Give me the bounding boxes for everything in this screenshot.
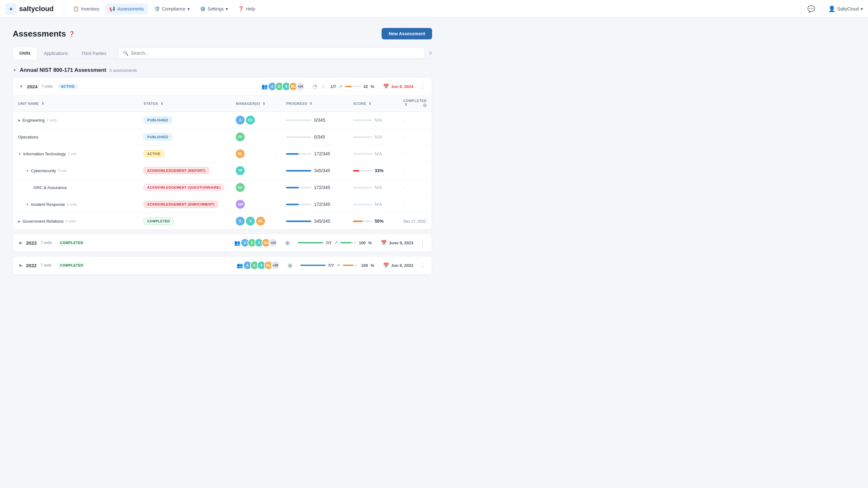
assessment-units-2023: 7 units [40, 241, 52, 245]
more-menu-2023[interactable]: ⋮ [420, 239, 426, 246]
unit-name-operations: Operations [18, 135, 133, 140]
progress-fraction-2023: 7/7 [326, 241, 331, 245]
nav-settings[interactable]: ⚙️ Settings ▾ [196, 3, 232, 14]
completed-operations: - [403, 134, 405, 140]
date-section-2022: 📅 Jun 9, 2022 [383, 263, 413, 268]
date-2022: Jun 9, 2022 [391, 263, 413, 268]
assessment-2022-row[interactable]: ▶ 2022 7 units COMPLETED 👥 A E S ML +99 … [13, 256, 432, 274]
managers-cybersecurity: TP [236, 166, 276, 175]
page-help-icon[interactable]: ❓ [69, 31, 75, 37]
status-it: ACTIVE [144, 150, 164, 157]
search-bar: 🔍 [118, 48, 425, 58]
svg-text:✦: ✦ [8, 6, 13, 12]
progress-bar-2023 [298, 242, 323, 243]
nav-help[interactable]: ❓ Help [234, 3, 259, 14]
more-menu-2022[interactable]: ⋮ [420, 262, 426, 269]
table-row-govt-relations: ▶ Government Relations 4 units COMPLETED… [13, 213, 432, 230]
assessment-2024-row[interactable]: ▼ 2024 7 units ACTIVE 👥 A E S ML +24 ◔ •… [13, 78, 432, 96]
unit-name-grc: GRC & Assurance [18, 185, 133, 190]
progress-engineering: 0/345 [286, 118, 343, 123]
assessment-year-2024: 2024 [27, 84, 37, 89]
avatar-extra-2023: +24 [269, 238, 277, 247]
assessment-2024-avatars: 👥 A E S ML +24 [261, 82, 305, 91]
unit-name-cybersecurity: ▼ Cybersecurity 2 unit [18, 169, 133, 173]
status-engineering: PUBLISHED [144, 117, 172, 124]
people-icon-2024: 👥 [261, 84, 268, 90]
user-icon: 👤 [828, 5, 835, 12]
expand-icon-engineering[interactable]: ▶ [18, 119, 21, 122]
help-icon: ❓ [238, 6, 244, 12]
progress-section-2024: 1/7 ↗ 42% [331, 84, 374, 89]
sort-icon-progress[interactable]: ⇕ [309, 102, 313, 105]
col-managers: MANAGER(S) ⇕ [231, 96, 281, 112]
table-row-incident-response: ▼ Incident Response 2 units ACKNOWLEDGEM… [13, 196, 432, 213]
logo-text: saltycloud [19, 5, 54, 13]
logo[interactable]: ✦ saltycloud [5, 3, 54, 14]
sort-icon-score[interactable]: ⇕ [369, 102, 372, 105]
progress-bar-grc [286, 187, 311, 188]
table-row-operations: Operations PUBLISHED FF [13, 129, 432, 146]
people-icon-2023: 👥 [234, 240, 241, 246]
group-chevron-icon: ▼ [13, 68, 17, 72]
calendar-icon-2022: 📅 [383, 263, 389, 268]
score-bar-grc [353, 187, 372, 188]
progress-operations: 0/345 [286, 134, 343, 140]
pct-2023: 100 [359, 241, 366, 245]
completed-grc: - [403, 185, 405, 190]
progress-ir: 172/345 [286, 202, 343, 207]
tab-units[interactable]: Units [13, 47, 37, 59]
group-header[interactable]: ▼ Annual NIST 800-171 Assessment 3 asses… [13, 67, 432, 73]
units-table-2024: UNIT NAME ⇕ STATUS ⇕ MANAGER(S) ⇕ PROGRE… [13, 96, 432, 230]
tab-third-parties[interactable]: Third Parties [75, 47, 113, 59]
completed-cybersecurity: - [403, 168, 405, 173]
progress-bar-fill-2023 [298, 242, 323, 243]
tabs-bar: Units Applications Third Parties 🔍 ≡ [13, 47, 432, 59]
assessment-2023-chevron: ▶ [20, 241, 22, 245]
expand-icon-cybersecurity[interactable]: ▼ [26, 169, 29, 173]
managers-it: ML [236, 149, 276, 158]
score-bar-operations [353, 136, 372, 138]
main-content: Assessments ❓ New Assessment Units Appli… [0, 18, 445, 289]
new-assessment-button[interactable]: New Assessment [381, 28, 432, 39]
sort-icon-name[interactable]: ⇕ [41, 102, 44, 105]
nav-assessments[interactable]: 📢 Assessments [105, 3, 148, 14]
chat-icon[interactable]: 💬 [807, 5, 815, 13]
col-score: SCORE ⇕ [348, 96, 398, 112]
search-input[interactable] [131, 51, 420, 56]
managers-govt-relations: E S ML [236, 217, 276, 225]
sort-icon-completed[interactable]: ⇕ [404, 102, 408, 106]
pct-bar-2022 [343, 265, 359, 266]
score-ir: N/A [353, 202, 393, 207]
assessment-year-2023: 2023 [26, 240, 36, 246]
nav-user[interactable]: 👤 SaltyCloud ▾ [828, 5, 863, 12]
filter-icon[interactable]: ≡ [429, 50, 432, 57]
search-icon: 🔍 [123, 51, 128, 56]
navbar: ✦ saltycloud 📋 Inventory 📢 Assessments 🛡… [0, 0, 868, 18]
more-menu-2024[interactable]: ⋮ [420, 83, 426, 90]
assessment-units-2024: 7 units [41, 84, 53, 89]
score-govt-relations: 50% [353, 219, 393, 224]
assessment-units-2022: 7 units [40, 263, 52, 268]
expand-icon-it[interactable]: ▼ [18, 152, 21, 156]
assessment-2023-row[interactable]: ▶ 2023 7 units COMPLETED 👥 A E S ML +24 … [13, 234, 432, 252]
sort-icon-status[interactable]: ⇕ [160, 102, 164, 105]
sort-icon-managers[interactable]: ⇕ [262, 102, 266, 105]
table-row-engineering: ▶ Engineering 2 units PUBLISHED A FE [13, 112, 432, 129]
progress-bar-2022 [300, 265, 326, 266]
managers-grc: EG [236, 183, 276, 192]
expand-icon-ir[interactable]: ▼ [26, 203, 29, 206]
score-bar-ir [353, 204, 372, 205]
tab-applications[interactable]: Applications [37, 47, 75, 59]
trend-icon-2023: ↗ [334, 240, 338, 245]
unit-name-incident-response: ▼ Incident Response 2 units [18, 202, 133, 207]
unit-name-govt-relations: ▶ Government Relations 4 units [18, 219, 133, 224]
assessment-2022-avatars: 👥 A E S ML +99 [237, 261, 280, 270]
table-settings-icon[interactable]: ⚙ [423, 102, 427, 108]
progress-grc: 172/345 [286, 185, 343, 190]
nav-compliance[interactable]: 🛡️ Compliance ▾ [150, 3, 193, 14]
nav-inventory[interactable]: 📋 Inventory [69, 3, 103, 14]
table-row-grc: GRC & Assurance ACKNOWLEDGEMENT (QUESTIO… [13, 179, 432, 196]
expand-icon-govt[interactable]: ▶ [18, 219, 21, 223]
avatar-extra-2024: +24 [296, 82, 305, 91]
col-status: STATUS ⇕ [138, 96, 231, 112]
